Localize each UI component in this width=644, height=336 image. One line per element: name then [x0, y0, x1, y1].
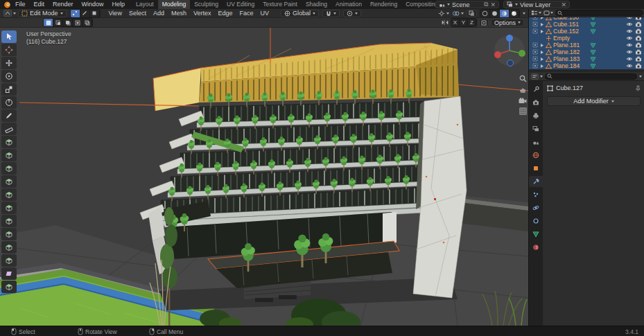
outliner-item-plane-182[interactable]: Plane.182: [529, 48, 644, 55]
expand-arrow-icon[interactable]: [539, 50, 544, 55]
hide-viewport-icon[interactable]: [626, 17, 633, 20]
tool-measure[interactable]: [1, 123, 17, 135]
vertex-select-mode[interactable]: [71, 10, 80, 17]
properties-tab-particles[interactable]: [529, 189, 543, 200]
expand-arrow-icon[interactable]: [539, 22, 544, 27]
tool-poly-build[interactable]: [1, 202, 17, 214]
gizmo-y-axis[interactable]: [519, 50, 525, 57]
unlink-view-layer-icon[interactable]: ✕: [561, 1, 566, 8]
outliner-item-plane-181[interactable]: Plane.181: [529, 42, 644, 48]
properties-tab-object[interactable]: [529, 163, 543, 174]
editor-type-dropdown[interactable]: [3, 10, 16, 17]
new-scene-icon[interactable]: ⧉: [484, 1, 488, 8]
transform-orientation-dropdown[interactable]: Global: [281, 10, 319, 17]
tool-knife[interactable]: [1, 188, 17, 201]
edge-select-mode[interactable]: [80, 10, 90, 17]
navigation-gizmo[interactable]: [489, 32, 528, 71]
pan-button[interactable]: [517, 85, 528, 94]
properties-tab-world[interactable]: [529, 150, 543, 161]
expand-arrow-icon[interactable]: [539, 57, 544, 62]
disable-render-icon[interactable]: [635, 21, 642, 27]
select-option-subtract[interactable]: [63, 19, 73, 26]
tool-loop-cut[interactable]: [1, 175, 17, 188]
viewport-menu-face[interactable]: Face: [236, 10, 256, 17]
pin-icon[interactable]: [635, 85, 641, 91]
hide-viewport-icon[interactable]: [626, 63, 633, 69]
shading-wireframe[interactable]: [480, 10, 490, 17]
mirror-axis-z[interactable]: Z: [468, 19, 476, 26]
properties-filter-dropdown[interactable]: [639, 76, 642, 78]
disable-render-icon[interactable]: [635, 49, 642, 55]
properties-tab-output[interactable]: [529, 110, 543, 121]
snap-base-icon[interactable]: [479, 19, 489, 26]
proportional-editing-dropdown[interactable]: [343, 10, 361, 17]
show-gizmo-dropdown[interactable]: [438, 10, 449, 17]
select-option-invert[interactable]: [73, 19, 82, 26]
tool-transform[interactable]: [1, 96, 17, 109]
viewport-3d[interactable]: User Perspective (116) Cube.127: [0, 28, 528, 326]
workspace-tab-uv-editing[interactable]: UV Editing: [223, 0, 259, 9]
shading-dropdown[interactable]: [523, 12, 525, 15]
zoom-button[interactable]: [517, 73, 528, 83]
expand-arrow-icon[interactable]: [539, 29, 544, 34]
viewport-menu-add[interactable]: Add: [150, 10, 168, 17]
disable-render-icon[interactable]: [635, 35, 642, 41]
properties-tab-material[interactable]: [529, 242, 543, 253]
camera-view-button[interactable]: [517, 96, 528, 105]
outliner-item-empty[interactable]: Empty: [529, 35, 644, 42]
shading-solid[interactable]: [490, 10, 500, 17]
viewport-menu-view[interactable]: View: [105, 10, 125, 17]
mode-selector[interactable]: Edit Mode: [18, 10, 67, 17]
tool-rotate[interactable]: [1, 70, 17, 82]
properties-tab-view-layer[interactable]: [529, 123, 543, 134]
menu-window[interactable]: Window: [78, 0, 108, 9]
viewport-menu-select[interactable]: Select: [125, 10, 150, 17]
properties-tab-object-data[interactable]: [529, 229, 543, 240]
tool-annotate[interactable]: [1, 109, 17, 122]
hide-viewport-icon[interactable]: [626, 49, 633, 55]
select-option-new[interactable]: [44, 19, 53, 26]
select-option-extend[interactable]: [53, 19, 63, 26]
gizmo-z-axis[interactable]: [506, 35, 513, 42]
tool-select-box[interactable]: [1, 30, 17, 43]
scene-selector[interactable]: Scene ⧉ ✕: [435, 1, 499, 8]
expand-arrow-icon[interactable]: [539, 43, 544, 48]
tool-smooth[interactable]: [1, 228, 17, 240]
disable-render-icon[interactable]: [635, 42, 642, 48]
expand-arrow-icon[interactable]: [539, 17, 544, 20]
workspace-tab-texture-paint[interactable]: Texture Paint: [259, 0, 302, 9]
menu-file[interactable]: File: [11, 0, 30, 9]
tool-inset-faces[interactable]: [1, 149, 17, 161]
hide-viewport-icon[interactable]: [626, 21, 633, 27]
disable-render-icon[interactable]: [635, 56, 642, 62]
outliner-item-cube-152[interactable]: Cube.152: [529, 28, 644, 35]
tool-rip-region[interactable]: [1, 281, 17, 293]
workspace-tab-animation[interactable]: Animation: [331, 0, 366, 9]
properties-tab-physics[interactable]: [529, 202, 543, 213]
view-layer-selector[interactable]: View Layer ✕: [503, 1, 570, 8]
disable-render-icon[interactable]: [635, 17, 642, 20]
outliner-filter-collection-dropdown[interactable]: [543, 10, 553, 16]
workspace-tab-sculpting[interactable]: Sculpting: [190, 0, 223, 9]
workspace-tab-shading[interactable]: Shading: [302, 0, 331, 9]
menu-help[interactable]: Help: [108, 0, 130, 9]
tool-spin[interactable]: [1, 215, 17, 227]
properties-tab-modifiers[interactable]: [529, 176, 543, 187]
viewport-menu-mesh[interactable]: Mesh: [168, 10, 190, 17]
menu-render[interactable]: Render: [49, 0, 78, 9]
overlays-dropdown[interactable]: [452, 10, 464, 17]
hide-viewport-icon[interactable]: [626, 28, 633, 34]
hide-viewport-icon[interactable]: [626, 42, 633, 48]
properties-tab-scene[interactable]: [529, 136, 543, 148]
unlink-scene-icon[interactable]: ✕: [490, 1, 496, 8]
hide-viewport-icon[interactable]: [626, 35, 633, 41]
workspace-tab-modeling[interactable]: Modeling: [158, 0, 191, 9]
xray-toggle[interactable]: [467, 10, 477, 17]
tool-extrude-region[interactable]: [1, 136, 17, 148]
workspace-tab-rendering[interactable]: Rendering: [366, 0, 401, 9]
mirror-axis-x[interactable]: X: [451, 19, 460, 26]
blender-logo-icon[interactable]: [3, 1, 11, 8]
tool-shear[interactable]: [1, 267, 17, 280]
disable-render-icon[interactable]: [635, 28, 642, 34]
viewport-menu-uv[interactable]: UV: [257, 10, 273, 17]
